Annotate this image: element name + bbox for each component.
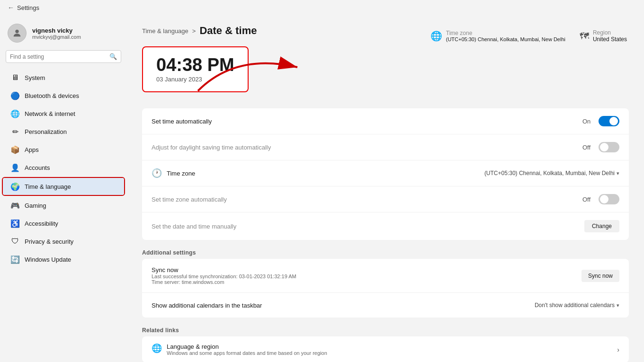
search-icon: 🔍 (109, 53, 117, 60)
nav-label-update: Windows Update (25, 256, 71, 263)
row-daylight-saving: Adjust for daylight saving time automati… (142, 134, 629, 160)
region-chip-icon: 🗺 (580, 31, 589, 42)
sync-last-sync: Last successful time synchronization: 03… (152, 274, 296, 279)
calendars-dropdown-value: Don't show additional calendars (535, 302, 615, 309)
daylight-toggle[interactable] (599, 142, 619, 152)
additional-calendars-label: Show additional calendars in the taskbar (152, 302, 262, 309)
nav-label-time-language: Time & language (25, 183, 71, 190)
language-region-title: Language & region (167, 343, 327, 350)
accounts-icon: 👤 (10, 163, 20, 172)
nav-label-privacy: Privacy & security (25, 238, 73, 245)
breadcrumb-parent: Time & language (142, 27, 188, 35)
search-input[interactable] (10, 53, 109, 60)
related-links-header: Related links (142, 319, 629, 336)
daylight-saving-label: Adjust for daylight saving time automati… (152, 144, 271, 151)
time-card: 04:38 PM 03 January 2023 (142, 46, 249, 92)
set-time-auto-toggle-label: On (582, 118, 594, 125)
user-name: vignesh vicky (32, 27, 81, 34)
bluetooth-icon: 🔵 (10, 91, 20, 100)
set-timezone-auto-label: Set time zone automatically (152, 196, 227, 203)
timezone-row-left: 🕐 Time zone (152, 168, 195, 178)
content-area: Time & language > Date & time 04:38 PM 0… (127, 15, 644, 362)
search-box[interactable]: 🔍 (6, 50, 121, 63)
sync-server: Time server: time.windows.com (152, 279, 296, 285)
nav-item-apps[interactable]: 📦 Apps (3, 141, 124, 158)
user-email: mvickyvj@gmail.com (32, 34, 81, 40)
nav-item-privacy-security[interactable]: 🛡 Privacy & security (3, 233, 124, 250)
settings-section-additional: Sync now Last successful time synchroniz… (142, 259, 629, 318)
nav-item-accounts[interactable]: 👤 Accounts (3, 159, 124, 176)
accessibility-icon: ♿ (10, 219, 20, 228)
title-bar: ← Settings (0, 0, 644, 15)
set-timezone-auto-control: Off (582, 194, 619, 204)
nav-item-time-language[interactable]: 🌍 Time & language (3, 178, 124, 195)
set-date-manually-label: Set the date and time manually (152, 223, 236, 230)
region-chip-label: Region (593, 29, 627, 36)
nav-item-accessibility[interactable]: ♿ Accessibility (3, 215, 124, 232)
timezone-dropdown[interactable]: (UTC+05:30) Chennai, Kolkata, Mumbai, Ne… (484, 170, 619, 177)
settings-section-main: Set time automatically On Adjust for day… (142, 108, 629, 240)
daylight-saving-control: Off (582, 142, 619, 152)
system-icon: 🖥 (10, 73, 20, 82)
main-content: Time & language > Date & time 04:38 PM 0… (127, 15, 644, 362)
row-additional-calendars: Show additional calendars in the taskbar… (142, 293, 629, 318)
date-display: 03 January 2023 (156, 76, 234, 83)
user-info: vignesh vicky mvickyvj@gmail.com (32, 27, 81, 40)
nav-label-network: Network & internet (25, 110, 75, 117)
timezone-chip: 🌐 Time zone (UTC+05:30) Chennai, Kolkata… (430, 30, 565, 42)
nav-item-time-language-wrapper: 🌍 Time & language (2, 177, 125, 196)
nav-label-accounts: Accounts (25, 164, 50, 171)
time-display: 04:38 PM (156, 56, 234, 74)
nav-label-apps: Apps (25, 146, 39, 153)
nav-item-personalization[interactable]: ✏ Personalization (3, 123, 124, 140)
nav-item-network[interactable]: 🌐 Network & internet (3, 105, 124, 122)
network-icon: 🌐 (10, 109, 20, 118)
nav-item-bluetooth[interactable]: 🔵 Bluetooth & devices (3, 87, 124, 104)
daylight-toggle-label: Off (582, 144, 594, 151)
update-icon: 🔄 (10, 255, 20, 264)
change-date-button[interactable]: Change (584, 220, 619, 232)
set-time-auto-control: On (582, 116, 619, 126)
timezone-chip-icon: 🌐 (430, 30, 442, 42)
region-chip: 🗺 Region United States (580, 29, 627, 43)
row-language-region[interactable]: 🌐 Language & region Windows and some app… (142, 336, 629, 362)
breadcrumb-current: Date & time (199, 25, 257, 37)
settings-section-related: 🌐 Language & region Windows and some app… (142, 336, 629, 362)
row-set-date-manually: Set the date and time manually Change (142, 212, 629, 240)
nav-label-bluetooth: Bluetooth & devices (25, 92, 79, 99)
avatar (8, 24, 27, 43)
nav-label-accessibility: Accessibility (25, 220, 58, 227)
sync-now-button[interactable]: Sync now (581, 270, 619, 282)
nav-item-system[interactable]: 🖥 System (3, 69, 124, 86)
timezone-row-icon: 🕐 (152, 168, 162, 178)
sidebar: vignesh vicky mvickyvj@gmail.com 🔍 🖥 Sys… (0, 15, 127, 362)
nav-item-gaming[interactable]: 🎮 Gaming (3, 197, 124, 214)
set-time-auto-label: Set time automatically (152, 118, 212, 125)
timezone-auto-toggle-label: Off (582, 196, 594, 203)
app-title: Settings (17, 4, 39, 11)
language-region-text: Language & region Windows and some apps … (167, 343, 327, 356)
language-region-sub: Windows and some apps format dates and t… (167, 350, 327, 356)
nav-label-personalization: Personalization (25, 128, 67, 135)
set-time-auto-toggle[interactable] (599, 116, 619, 126)
privacy-icon: 🛡 (10, 237, 20, 246)
sync-info: Sync now Last successful time synchroniz… (152, 266, 296, 285)
calendars-chevron-down-icon: ▾ (617, 302, 619, 309)
apps-icon: 📦 (10, 145, 20, 154)
timezone-chip-value: (UTC+05:30) Chennai, Kolkata, Mumbai, Ne… (446, 36, 565, 42)
nav-label-system: System (25, 74, 45, 81)
svg-point-0 (15, 30, 18, 33)
back-button[interactable]: ← (8, 4, 14, 11)
nav-item-windows-update[interactable]: 🔄 Windows Update (3, 251, 124, 268)
language-region-left: 🌐 Language & region Windows and some app… (152, 343, 327, 356)
calendars-dropdown[interactable]: Don't show additional calendars ▾ (535, 302, 619, 309)
additional-settings-header: Additional settings (142, 242, 629, 259)
row-set-time-auto: Set time automatically On (142, 108, 629, 134)
sync-now-title: Sync now (152, 266, 296, 274)
gaming-icon: 🎮 (10, 201, 20, 210)
timezone-auto-toggle[interactable] (599, 194, 619, 204)
user-profile[interactable]: vignesh vicky mvickyvj@gmail.com (0, 19, 127, 50)
language-region-icon: 🌐 (152, 343, 162, 353)
breadcrumb: Time & language > Date & time (142, 25, 257, 37)
row-timezone: 🕐 Time zone (UTC+05:30) Chennai, Kolkata… (142, 160, 629, 186)
